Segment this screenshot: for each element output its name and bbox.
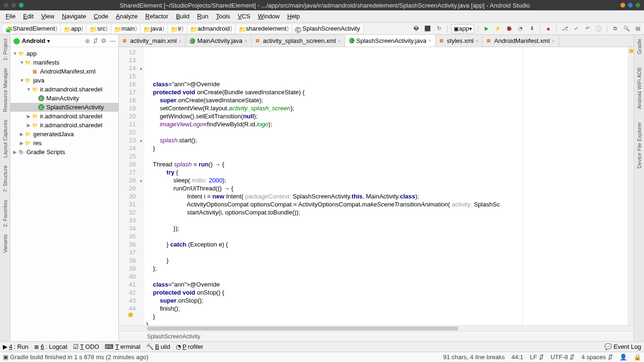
apply-changes-icon[interactable]: ⚡ — [494, 25, 502, 33]
stop-icon[interactable]: ■ — [544, 25, 553, 33]
menu-analyze[interactable]: Analyze — [112, 11, 141, 21]
horizontal-scrollbar[interactable] — [119, 325, 634, 331]
code-line[interactable]: } — [144, 313, 628, 321]
code-line[interactable] — [144, 232, 628, 240]
editor-tab[interactable]: ▦AndroidManifest.xml× — [483, 35, 559, 47]
code-line[interactable] — [144, 152, 628, 160]
commit-icon[interactable]: ✓ — [572, 25, 580, 33]
close-tab-icon[interactable]: × — [552, 38, 554, 44]
editor-tab[interactable]: ▦activity_splash_screen.xml× — [252, 35, 345, 47]
editor-tab[interactable]: ▦styles.xml× — [436, 35, 483, 47]
code-line[interactable]: Thread splash = run() → { — [144, 160, 628, 168]
tree-row[interactable]: CSplashScreenActivity — [10, 103, 118, 112]
code-area[interactable]: class="ann">@Override protected void onC… — [144, 47, 628, 325]
close-tab-icon[interactable]: × — [338, 38, 340, 44]
code-line[interactable]: startActivity(i, optionsCompat.toBundle(… — [144, 208, 628, 216]
window-close[interactable] — [620, 3, 625, 8]
inspection-icon[interactable]: 👤 — [619, 354, 627, 361]
status-encoding[interactable]: UTF-8 — [551, 354, 568, 361]
avd-icon[interactable]: 👽 — [412, 25, 421, 33]
gutter[interactable]: 121314●151617181920212223●2425262728●293… — [119, 47, 144, 325]
breadcrumb[interactable]: 🧩SharedElement ⟩📁app ⟩📁src ⟩📁main ⟩📁java… — [2, 24, 363, 34]
tree-row[interactable]: ▼📁app — [10, 49, 118, 58]
event-log-button[interactable]: 💬 Event Log — [604, 343, 641, 350]
code-line[interactable]: getWindow().setExitTransition(null); — [144, 112, 628, 120]
breadcrumb-item[interactable]: 📁java ⟩ — [140, 24, 168, 34]
code-line[interactable]: sleep( millis: 2000); — [144, 176, 628, 184]
code-line[interactable]: } — [144, 321, 628, 325]
menu-file[interactable]: File — [2, 11, 19, 21]
menu-code[interactable]: Code — [90, 11, 112, 21]
code-line[interactable]: } — [144, 256, 628, 264]
layout-icon[interactable]: ⧉ — [611, 25, 619, 33]
menu-view[interactable]: View — [37, 11, 58, 21]
code-line[interactable]: setContentView(R.layout.activity_splash_… — [144, 104, 628, 112]
code-line[interactable]: Intent i = new Intent( packageContext: S… — [144, 192, 628, 200]
project-tree[interactable]: ▼📁app ▼📁manifests ▦AndroidManifest.xml ▼… — [10, 47, 118, 341]
tree-row[interactable]: ▶📁res — [10, 139, 118, 148]
status-position[interactable]: 44:1 — [512, 354, 523, 361]
menu-navigate[interactable]: Navigate — [58, 11, 90, 21]
breadcrumb-item[interactable]: 📁src ⟩ — [86, 24, 111, 34]
sync-icon[interactable]: ↻ — [435, 25, 443, 33]
menu-build[interactable]: Build — [172, 11, 193, 21]
history-icon[interactable]: 🕓 — [594, 25, 603, 33]
code-line[interactable]: protected void onStop() { — [144, 288, 628, 296]
tool-window-button[interactable]: 7: Structure — [2, 164, 8, 194]
tree-row[interactable]: ▶📁ir.admandroid.sharedel — [10, 112, 118, 121]
tree-row[interactable]: ▶📁generatedJava — [10, 130, 118, 139]
breadcrumb-item[interactable]: ⒸSplashScreenActivity — [292, 24, 363, 34]
window-min[interactable] — [628, 3, 633, 8]
code-line[interactable]: class="ann">@Override — [144, 80, 628, 88]
tree-row[interactable]: CMainActivity — [10, 94, 118, 103]
editor-tab[interactable]: CMainActivity.java× — [186, 35, 251, 47]
breadcrumb-item[interactable]: 🧩SharedElement ⟩ — [2, 24, 61, 34]
run-config-combo[interactable]: ▣ app ▾ — [451, 24, 474, 33]
menu-window[interactable]: Window — [254, 11, 283, 21]
breadcrumb-item[interactable]: 📁app ⟩ — [60, 24, 87, 34]
code-line[interactable]: runOnUiThread(() → { — [144, 184, 628, 192]
sdk-icon[interactable]: ⬛ — [423, 25, 432, 33]
tool-window-button[interactable]: 1: Project — [2, 37, 8, 62]
menu-refactor[interactable]: Refactor — [141, 11, 172, 21]
breadcrumb-item[interactable]: 📁sharedelement ⟩ — [235, 24, 292, 34]
tree-row[interactable]: ▶🐘Gradle Scripts — [10, 148, 118, 156]
bottom-tool-button[interactable]: ◔ Profiler — [176, 343, 203, 350]
run-icon[interactable]: ▶ — [482, 25, 491, 33]
code-line[interactable]: } — [144, 144, 628, 152]
breadcrumb-item[interactable]: 📁main ⟩ — [111, 24, 140, 34]
editor-tab[interactable]: ▦activity_main.xml× — [119, 35, 186, 47]
search-icon[interactable]: 🔍 — [622, 25, 631, 33]
code-line[interactable]: protected void onCreate(Bundle savedInst… — [144, 88, 628, 96]
code-line[interactable]: finish(); — [144, 304, 628, 313]
warning-marker[interactable] — [629, 49, 633, 53]
code-line[interactable]: super.onStop(); — [144, 296, 628, 304]
gear-icon[interactable]: ⚙ — [101, 37, 107, 44]
tree-row[interactable]: ▼📁java — [10, 76, 118, 85]
tool-window-button[interactable]: Gradle — [636, 37, 642, 56]
code-line[interactable]: class="ann">@Override — [144, 280, 628, 288]
tool-window-button[interactable]: Resource Manager — [2, 66, 8, 114]
tree-row[interactable]: ▶📁ir.admandroid.sharedel — [10, 121, 118, 130]
tool-window-button[interactable]: Layout Captures — [2, 118, 8, 160]
close-tab-icon[interactable]: × — [244, 38, 247, 44]
menu-help[interactable]: Help — [283, 11, 304, 21]
close-tab-icon[interactable]: × — [476, 38, 479, 44]
editor-tab[interactable]: CSplashScreenActivity.java× — [345, 35, 436, 47]
breadcrumb-item[interactable]: 📁admandroid ⟩ — [187, 24, 236, 34]
code-line[interactable] — [144, 272, 628, 280]
tree-row[interactable]: ▼📁manifests — [10, 58, 118, 67]
code-line[interactable]: }; — [144, 264, 628, 272]
menu-vcs[interactable]: VCS — [234, 11, 254, 21]
bottom-tool-button[interactable]: ☑ TODO — [73, 343, 99, 350]
code-line[interactable]: super.onCreate(savedInstanceState); — [144, 96, 628, 104]
bottom-tool-button[interactable]: ⌨ Terminal — [105, 343, 140, 350]
attach-icon[interactable]: ⬇ — [528, 25, 536, 33]
bottom-tool-button[interactable]: 🔨 Build — [146, 343, 170, 350]
toggle-tools-icon[interactable]: ▣ — [3, 354, 8, 361]
debug-icon[interactable]: 🐞 — [505, 25, 513, 33]
gutter-warning-icon[interactable] — [128, 313, 133, 317]
tool-window-button[interactable]: Variants — [2, 232, 8, 255]
window-max[interactable] — [636, 3, 640, 8]
expand-icon[interactable]: ⇵ — [93, 37, 98, 44]
